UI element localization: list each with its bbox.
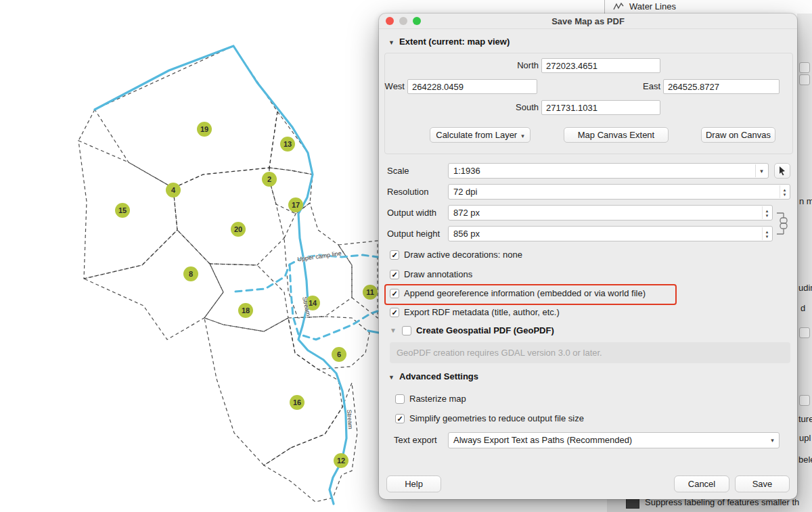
resolution-label: Resolution (387, 185, 428, 200)
text-export-label: Text export (394, 433, 437, 448)
collapse-triangle-icon[interactable]: ▼ (388, 39, 394, 46)
simplify-geometries-label: Simplify geometries to reduce output fil… (409, 413, 584, 423)
calculate-from-layer-button[interactable]: Calculate from Layer▾ (430, 127, 531, 143)
advanced-settings-header[interactable]: Advanced Settings (399, 371, 478, 381)
spin-down-icon[interactable]: ▾ (784, 192, 786, 197)
map-marker: 12 (334, 453, 348, 468)
map-marker: 19 (197, 122, 212, 137)
chevron-down-icon: ▾ (767, 434, 778, 447)
spin-down-icon[interactable]: ▾ (766, 213, 769, 218)
water-lines (95, 46, 379, 504)
screen: { "window": { "title": "Save Map as PDF"… (0, 0, 812, 512)
create-geopdf-label: Create Geospatial PDF (GeoPDF) (416, 325, 554, 335)
append-georeference-label: Append georeference information (embedde… (404, 288, 646, 298)
rasterize-map-checkbox[interactable] (395, 394, 405, 404)
map-stream-label: Stream (346, 409, 354, 429)
parcel-boundaries (78, 46, 378, 502)
lock-aspect-ratio-icon[interactable] (775, 209, 790, 237)
output-height-value: 856 px (453, 227, 480, 241)
map-marker: 17 (288, 197, 303, 212)
help-button[interactable]: Help (386, 475, 441, 492)
map-marker: 2 (262, 172, 277, 187)
panel-button-fragment (799, 395, 810, 406)
north-label: North (480, 58, 539, 73)
map-marker: 15 (115, 203, 130, 218)
geopdf-collapse-triangle-icon[interactable]: ▼ (390, 327, 397, 334)
output-height-label: Output height (387, 227, 440, 241)
create-geopdf-checkbox[interactable] (402, 326, 411, 335)
layers-panel-fragment: Water Lines (604, 0, 812, 14)
spin-down-icon[interactable]: ▾ (766, 234, 769, 239)
draw-annotations-checkbox[interactable]: ✓ (390, 270, 399, 279)
map-marker: 8 (183, 266, 198, 281)
map-marker: 20 (231, 222, 246, 237)
scale-label: Scale (387, 164, 409, 179)
append-georeference-checkbox[interactable]: ✓ (390, 289, 399, 298)
panel-button-fragment (799, 74, 810, 85)
dialog-title: Save Map as PDF (379, 16, 797, 26)
map-cursor-icon (777, 166, 787, 176)
dialog-titlebar[interactable]: Save Map as PDF (379, 14, 797, 29)
spin-up-icon[interactable]: ▴ (766, 208, 769, 213)
spinner-arrows[interactable]: ▴▾ (762, 227, 771, 240)
east-input[interactable] (663, 79, 780, 94)
panel-button-fragment (799, 327, 810, 338)
draw-on-canvas-label: Draw on Canvas (706, 130, 771, 140)
draw-decorations-checkbox[interactable]: ✓ (390, 250, 399, 260)
chevron-down-icon: ▾ (521, 133, 524, 139)
calculate-from-layer-label: Calculate from Layer (436, 130, 517, 140)
chevron-down-icon[interactable]: ▾ (755, 164, 767, 177)
map-marker: 11 (363, 285, 378, 300)
scale-value: 1:1936 (453, 164, 480, 178)
draw-decorations-label: Draw active decorations: none (404, 250, 522, 260)
collapse-triangle-icon[interactable]: ▼ (388, 374, 394, 381)
save-label: Save (752, 479, 773, 489)
output-height-spinner[interactable]: 856 px ▴▾ (448, 226, 773, 241)
map-marker: 18 (238, 303, 253, 318)
spin-up-icon[interactable]: ▴ (766, 229, 769, 234)
spinner-arrows[interactable]: ▴▾ (780, 185, 789, 198)
resolution-value: 72 dpi (453, 185, 477, 199)
draw-on-canvas-button[interactable]: Draw on Canvas (701, 127, 775, 143)
spinner-arrows[interactable]: ▴▾ (762, 206, 771, 219)
cancel-label: Cancel (688, 479, 715, 489)
map-marker: 4 (166, 183, 181, 197)
styling-panel-fragment (797, 14, 812, 512)
map-canvas-extent-button[interactable]: Map Canvas Extent (564, 127, 669, 143)
rasterize-map-label: Rasterize map (409, 394, 466, 404)
geopdf-note: GeoPDF creation requires GDAL version 3.… (390, 342, 790, 363)
draw-annotations-label: Draw annotations (404, 269, 472, 279)
resolution-spinner[interactable]: 72 dpi ▴▾ (448, 184, 790, 200)
map-marker: 6 (332, 347, 346, 362)
text-export-value: Always Export Text as Paths (Recommended… (453, 433, 632, 448)
spin-up-icon[interactable]: ▴ (784, 187, 786, 192)
map-marker: 16 (290, 395, 304, 410)
simplify-geometries-checkbox[interactable]: ✓ (395, 414, 405, 423)
south-input[interactable] (541, 100, 660, 115)
set-scale-from-map-button[interactable] (774, 163, 790, 179)
north-input[interactable] (541, 58, 660, 73)
output-width-spinner[interactable]: 872 px ▴▾ (448, 205, 773, 220)
map-marker: 13 (280, 137, 295, 152)
scale-combobox[interactable]: 1:1936 ▾ (448, 163, 769, 179)
west-input[interactable] (407, 79, 537, 94)
export-rdf-checkbox[interactable]: ✓ (390, 308, 399, 317)
map-canvas-extent-label: Map Canvas Extent (578, 130, 654, 140)
line-symbol-icon (613, 2, 624, 14)
extent-header[interactable]: Extent (current: map view) (399, 37, 510, 47)
west-label: West (384, 79, 405, 94)
export-rdf-label: Export RDF metadata (title, author, etc.… (404, 307, 560, 317)
panel-button-fragment (799, 62, 810, 73)
cancel-button[interactable]: Cancel (674, 475, 729, 492)
save-button[interactable]: Save (735, 475, 790, 492)
south-label: South (480, 100, 539, 115)
output-width-value: 872 px (453, 206, 480, 220)
help-label: Help (405, 479, 423, 489)
save-map-as-pdf-dialog: Save Map as PDF ▼ Extent (current: map v… (379, 14, 797, 499)
output-width-label: Output width (387, 206, 436, 220)
east-label: East (639, 79, 660, 94)
layer-label[interactable]: Water Lines (629, 1, 676, 11)
text-export-dropdown[interactable]: Always Export Text as Paths (Recommended… (448, 432, 780, 448)
